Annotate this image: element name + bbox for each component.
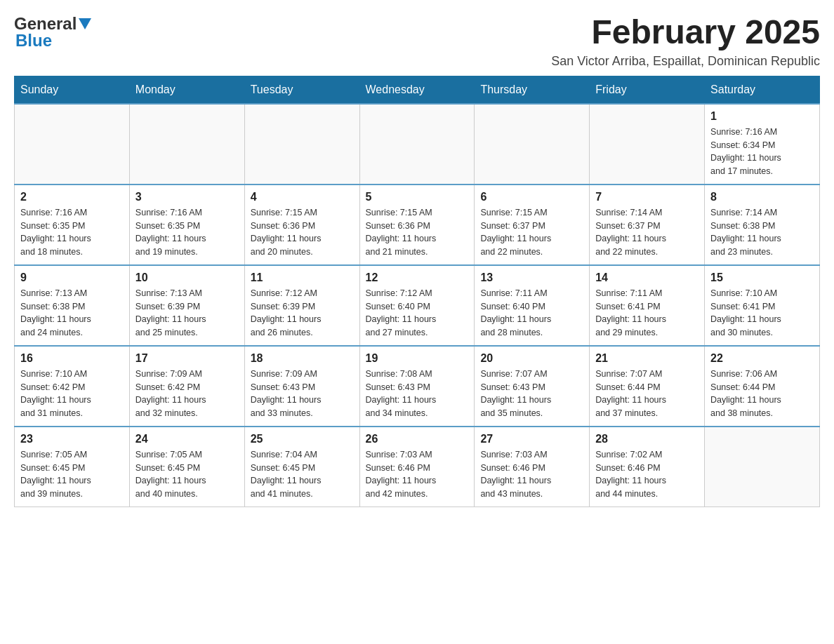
calendar-cell: 25Sunrise: 7:04 AM Sunset: 6:45 PM Dayli… [244, 427, 359, 507]
day-number: 12 [366, 271, 469, 284]
calendar-cell: 14Sunrise: 7:11 AM Sunset: 6:41 PM Dayli… [590, 265, 705, 346]
calendar-cell [244, 104, 359, 185]
calendar-cell: 27Sunrise: 7:03 AM Sunset: 6:46 PM Dayli… [475, 427, 590, 507]
col-saturday: Saturday [705, 76, 820, 104]
col-wednesday: Wednesday [359, 76, 475, 104]
day-number: 16 [20, 352, 124, 365]
day-info: Sunrise: 7:02 AM Sunset: 6:46 PM Dayligh… [595, 448, 699, 501]
calendar-week-4: 16Sunrise: 7:10 AM Sunset: 6:42 PM Dayli… [15, 346, 820, 427]
day-number: 14 [595, 271, 699, 284]
calendar-cell: 23Sunrise: 7:05 AM Sunset: 6:45 PM Dayli… [15, 427, 130, 507]
day-info: Sunrise: 7:09 AM Sunset: 6:42 PM Dayligh… [135, 368, 239, 420]
col-friday: Friday [590, 76, 705, 104]
day-number: 11 [251, 271, 354, 284]
calendar-cell: 26Sunrise: 7:03 AM Sunset: 6:46 PM Dayli… [359, 427, 475, 507]
day-number: 22 [710, 352, 814, 365]
day-info: Sunrise: 7:14 AM Sunset: 6:38 PM Dayligh… [710, 206, 814, 259]
day-number: 1 [710, 110, 814, 123]
header-row: Sunday Monday Tuesday Wednesday Thursday… [15, 76, 820, 104]
calendar-week-2: 2Sunrise: 7:16 AM Sunset: 6:35 PM Daylig… [15, 185, 820, 265]
day-info: Sunrise: 7:15 AM Sunset: 6:37 PM Dayligh… [480, 206, 583, 259]
calendar-cell: 1Sunrise: 7:16 AM Sunset: 6:34 PM Daylig… [705, 104, 820, 185]
month-title: February 2025 [551, 14, 820, 51]
calendar-cell: 13Sunrise: 7:11 AM Sunset: 6:40 PM Dayli… [475, 265, 590, 346]
day-info: Sunrise: 7:11 AM Sunset: 6:41 PM Dayligh… [595, 287, 699, 340]
calendar-cell: 21Sunrise: 7:07 AM Sunset: 6:44 PM Dayli… [590, 346, 705, 427]
calendar-cell: 10Sunrise: 7:13 AM Sunset: 6:39 PM Dayli… [129, 265, 244, 346]
calendar-cell: 6Sunrise: 7:15 AM Sunset: 6:37 PM Daylig… [475, 185, 590, 265]
calendar-cell: 16Sunrise: 7:10 AM Sunset: 6:42 PM Dayli… [15, 346, 130, 427]
calendar-cell: 11Sunrise: 7:12 AM Sunset: 6:39 PM Dayli… [244, 265, 359, 346]
day-info: Sunrise: 7:16 AM Sunset: 6:35 PM Dayligh… [135, 206, 239, 259]
logo-triangle-icon [79, 18, 91, 29]
day-number: 26 [366, 433, 469, 445]
day-info: Sunrise: 7:13 AM Sunset: 6:38 PM Dayligh… [20, 287, 124, 340]
day-info: Sunrise: 7:05 AM Sunset: 6:45 PM Dayligh… [20, 448, 124, 501]
day-number: 4 [251, 191, 354, 203]
day-info: Sunrise: 7:09 AM Sunset: 6:43 PM Dayligh… [251, 368, 354, 420]
day-number: 2 [20, 191, 124, 203]
day-number: 5 [366, 191, 469, 203]
day-info: Sunrise: 7:04 AM Sunset: 6:45 PM Dayligh… [251, 448, 354, 501]
calendar-cell: 4Sunrise: 7:15 AM Sunset: 6:36 PM Daylig… [244, 185, 359, 265]
calendar-cell: 20Sunrise: 7:07 AM Sunset: 6:43 PM Dayli… [475, 346, 590, 427]
day-info: Sunrise: 7:07 AM Sunset: 6:43 PM Dayligh… [480, 368, 583, 420]
calendar-cell [590, 104, 705, 185]
day-info: Sunrise: 7:10 AM Sunset: 6:41 PM Dayligh… [710, 287, 814, 340]
day-number: 19 [366, 352, 469, 365]
day-info: Sunrise: 7:03 AM Sunset: 6:46 PM Dayligh… [366, 448, 469, 501]
day-info: Sunrise: 7:16 AM Sunset: 6:35 PM Dayligh… [20, 206, 124, 259]
calendar-cell: 17Sunrise: 7:09 AM Sunset: 6:42 PM Dayli… [129, 346, 244, 427]
calendar-cell [705, 427, 820, 507]
day-number: 18 [251, 352, 354, 365]
day-number: 27 [480, 433, 583, 445]
logo-blue-text: Blue [15, 31, 91, 51]
day-info: Sunrise: 7:12 AM Sunset: 6:40 PM Dayligh… [366, 287, 469, 340]
calendar-week-1: 1Sunrise: 7:16 AM Sunset: 6:34 PM Daylig… [15, 104, 820, 185]
calendar-cell [359, 104, 475, 185]
day-number: 20 [480, 352, 583, 365]
calendar-cell [15, 104, 130, 185]
calendar-cell: 7Sunrise: 7:14 AM Sunset: 6:37 PM Daylig… [590, 185, 705, 265]
calendar-cell: 28Sunrise: 7:02 AM Sunset: 6:46 PM Dayli… [590, 427, 705, 507]
col-monday: Monday [129, 76, 244, 104]
calendar-cell: 12Sunrise: 7:12 AM Sunset: 6:40 PM Dayli… [359, 265, 475, 346]
calendar-cell: 5Sunrise: 7:15 AM Sunset: 6:36 PM Daylig… [359, 185, 475, 265]
day-info: Sunrise: 7:15 AM Sunset: 6:36 PM Dayligh… [251, 206, 354, 259]
day-number: 24 [135, 433, 239, 445]
day-number: 3 [135, 191, 239, 203]
day-info: Sunrise: 7:11 AM Sunset: 6:40 PM Dayligh… [480, 287, 583, 340]
logo: General Blue [14, 14, 91, 51]
calendar-cell: 2Sunrise: 7:16 AM Sunset: 6:35 PM Daylig… [15, 185, 130, 265]
calendar-cell: 9Sunrise: 7:13 AM Sunset: 6:38 PM Daylig… [15, 265, 130, 346]
day-info: Sunrise: 7:06 AM Sunset: 6:44 PM Dayligh… [710, 368, 814, 420]
col-thursday: Thursday [475, 76, 590, 104]
day-info: Sunrise: 7:13 AM Sunset: 6:39 PM Dayligh… [135, 287, 239, 340]
calendar-cell: 18Sunrise: 7:09 AM Sunset: 6:43 PM Dayli… [244, 346, 359, 427]
calendar-table: Sunday Monday Tuesday Wednesday Thursday… [14, 76, 820, 507]
day-number: 13 [480, 271, 583, 284]
day-number: 6 [480, 191, 583, 203]
day-number: 10 [135, 271, 239, 284]
calendar-body: 1Sunrise: 7:16 AM Sunset: 6:34 PM Daylig… [15, 104, 820, 507]
calendar-week-3: 9Sunrise: 7:13 AM Sunset: 6:38 PM Daylig… [15, 265, 820, 346]
calendar-cell: 19Sunrise: 7:08 AM Sunset: 6:43 PM Dayli… [359, 346, 475, 427]
day-info: Sunrise: 7:08 AM Sunset: 6:43 PM Dayligh… [366, 368, 469, 420]
location-subtitle: San Victor Arriba, Espaillat, Dominican … [551, 54, 820, 69]
day-number: 9 [20, 271, 124, 284]
day-number: 25 [251, 433, 354, 445]
day-number: 15 [710, 271, 814, 284]
calendar-cell [129, 104, 244, 185]
calendar-cell: 15Sunrise: 7:10 AM Sunset: 6:41 PM Dayli… [705, 265, 820, 346]
calendar-cell [475, 104, 590, 185]
day-info: Sunrise: 7:05 AM Sunset: 6:45 PM Dayligh… [135, 448, 239, 501]
calendar-header: Sunday Monday Tuesday Wednesday Thursday… [15, 76, 820, 104]
day-info: Sunrise: 7:12 AM Sunset: 6:39 PM Dayligh… [251, 287, 354, 340]
day-info: Sunrise: 7:14 AM Sunset: 6:37 PM Dayligh… [595, 206, 699, 259]
day-number: 7 [595, 191, 699, 203]
day-info: Sunrise: 7:15 AM Sunset: 6:36 PM Dayligh… [366, 206, 469, 259]
day-number: 28 [595, 433, 699, 445]
day-number: 17 [135, 352, 239, 365]
day-number: 23 [20, 433, 124, 445]
svg-marker-0 [79, 18, 91, 29]
